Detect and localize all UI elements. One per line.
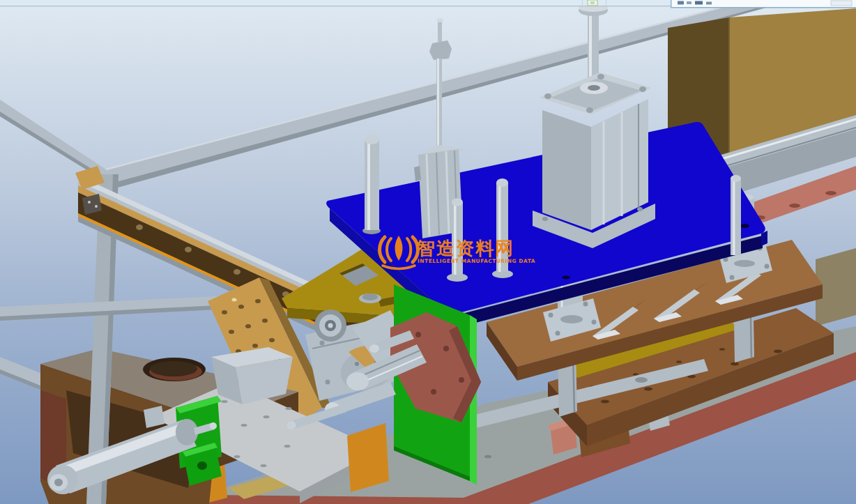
cylinder-body-left [542,110,591,230]
base-hole [484,455,491,458]
rod-thin-tip [287,421,296,429]
watermark-title: 智造资料网 [416,238,514,259]
toolbar-separator [582,0,583,6]
foot-hole [197,461,207,470]
piston-rod-highlight [589,11,592,81]
rail-hole [789,204,800,208]
blue-plate-hole [740,224,749,228]
rod-nut [429,40,452,60]
blue-plate-hole [562,276,570,280]
toolbar-mini-icon[interactable] [588,0,597,6]
rear-hole [54,479,63,487]
cylinder-cap [346,372,369,390]
panel-icon-fragment[interactable] [695,1,703,5]
rod-tip [210,422,217,429]
beam-hole [635,377,648,383]
panel-border-left [671,0,672,8]
panel-icon-fragment[interactable] [706,2,712,5]
cad-scene: 智造资料网 INTELLIGENT MANUFACTURING DATA [0,0,856,504]
small-rod-tip [438,21,442,42]
pulley [314,310,346,342]
hole-bottom [150,361,197,376]
toolbar-right-panel[interactable] [671,0,856,8]
panel-icon-fragment[interactable] [687,1,691,4]
blue-plate-bushing-bore [362,293,378,300]
toolbar-remnant [0,0,856,8]
orange-post [347,423,389,492]
toolbar-separator [606,0,606,6]
watermark-subtitle: INTELLIGENT MANUFACTURING DATA [418,258,535,264]
cad-3d-viewport[interactable]: 智造资料网 INTELLIGENT MANUFACTURING DATA [0,0,856,504]
panel-border-bottom [671,7,856,8]
rail-hole [825,191,836,195]
panel-icon-fragment[interactable] [678,1,684,5]
panel-button-fragment[interactable] [831,1,852,6]
